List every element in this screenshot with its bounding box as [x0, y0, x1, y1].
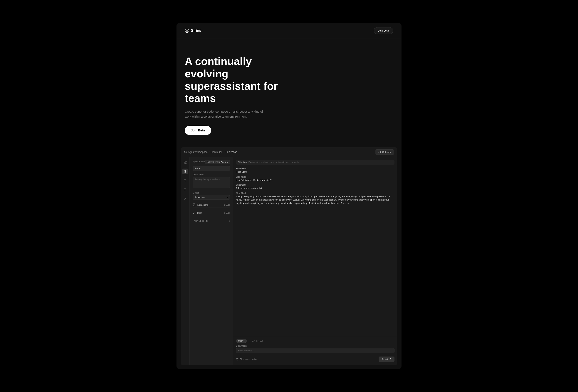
situation-label: Situation	[238, 161, 247, 163]
svg-rect-6	[185, 163, 186, 164]
tools-plus-icon: ⊕	[224, 212, 226, 214]
clear-conversation-button[interactable]: Clear conversation	[236, 358, 257, 361]
navbar: Sirius Join beta	[177, 23, 401, 39]
chat-area: Situation Elon musk is having a conversa…	[233, 157, 397, 337]
svg-point-7	[184, 171, 186, 173]
model-chevron-icon: ▾	[227, 196, 228, 198]
breadcrumb: Agent Workspace / Elon musk · Sulaimaan	[184, 150, 237, 154]
sidebar-icons	[181, 157, 190, 365]
submit-icon	[389, 358, 392, 361]
user-chevron-icon: ▾	[243, 340, 244, 342]
message-2: Elon Musk Hey Sulaimaan, Whats happening…	[236, 176, 394, 182]
user-selector[interactable]: User ▾	[236, 339, 247, 343]
tools-left: Tools	[193, 212, 202, 214]
breadcrumb-sep1: /	[209, 151, 209, 154]
join-beta-nav-button[interactable]: Join beta	[374, 27, 393, 34]
instructions-add-button[interactable]: ⊕ Add	[224, 203, 230, 206]
browser-window: Sirius Join beta A continually evolving …	[177, 23, 401, 369]
tools-label: Tools	[197, 212, 202, 214]
plus-icon: ⊕	[224, 203, 226, 206]
message-1-text: Hello Elon!	[236, 170, 394, 174]
logo-icon	[185, 29, 189, 33]
tokens-display: 300	[256, 340, 263, 343]
message-2-author: Elon Musk	[236, 176, 394, 178]
instructions-icon	[193, 203, 195, 206]
parameters-row: PARAMETERS ▾	[193, 218, 230, 224]
instructions-row: Instructions ⊕ Add	[193, 202, 230, 208]
message-4: Elon Musk Watup! Everything chill on thi…	[236, 192, 394, 205]
hero-section: A continually evolving superassistant fo…	[177, 39, 401, 147]
agent-name-section: Agent name Select Existing Agent ▾ Alora	[193, 160, 230, 171]
app-topbar: Agent Workspace / Elon musk · Sulaimaan …	[181, 147, 397, 157]
svg-point-8	[185, 171, 186, 172]
bottom-bar: Clear conversation Submit	[236, 355, 394, 363]
message-4-author: Elon Musk	[236, 192, 394, 194]
svg-rect-20	[257, 340, 259, 342]
tools-add-button[interactable]: ⊕ Add	[224, 212, 230, 214]
temperature-display: 0.7	[248, 340, 255, 343]
logo-text: Sirius	[191, 29, 201, 33]
sidebar-icon-settings[interactable]	[182, 196, 188, 202]
message-3-author: Sulaimaan	[236, 184, 394, 186]
select-existing-agent[interactable]: Select Existing Agent ▾	[205, 160, 230, 164]
description-textarea[interactable]: Sleeping beauty ai assistant.	[193, 177, 230, 188]
code-icon	[378, 151, 381, 154]
svg-rect-9	[184, 188, 186, 191]
submit-button[interactable]: Submit	[379, 356, 394, 362]
message-1-author: Sulaimaan	[236, 168, 394, 170]
get-code-button[interactable]: Get code	[376, 149, 394, 155]
description-section: Description Sleeping beauty ai assistant…	[193, 173, 230, 188]
temperature-value: 0.7	[252, 340, 255, 342]
tokens-icon	[256, 340, 259, 343]
agent-name-input[interactable]: Alora	[193, 166, 230, 171]
clear-icon	[236, 358, 239, 361]
chat-bottom: User ▾ 0.7	[233, 337, 397, 365]
tokens-value: 300	[260, 340, 263, 342]
instructions-label: Instructions	[197, 204, 208, 206]
breadcrumb-workspace: Agent Workspace	[188, 151, 208, 154]
chat-input[interactable]: Write text here ...	[236, 348, 394, 353]
hero-headline: A continually evolving superassistant fo…	[185, 55, 292, 105]
description-label: Description	[193, 173, 230, 176]
app-body: Agent name Select Existing Agent ▾ Alora…	[181, 157, 397, 365]
sidebar-icon-grid[interactable]	[182, 160, 188, 165]
sidebar-icon-agent[interactable]	[182, 169, 188, 174]
situation-text: Elon musk is having a conversation with …	[248, 161, 300, 163]
parameters-chevron-icon[interactable]: ▾	[229, 219, 230, 222]
parameters-label: PARAMETERS	[193, 220, 208, 222]
temperature-icon	[248, 340, 251, 343]
hero-subtitle: Create superior code, compose emails, bo…	[185, 109, 263, 119]
message-3: Sulaimaan Tell me some random shit	[236, 184, 394, 190]
model-select[interactable]: Samantha-1 ▾	[193, 195, 230, 200]
join-beta-hero-button[interactable]: Join Beta	[185, 126, 211, 135]
breadcrumb-sep2: ·	[224, 151, 224, 154]
situation-bar: Situation Elon musk is having a conversa…	[236, 160, 394, 165]
instructions-left: Instructions	[193, 203, 208, 206]
sidebar-icon-doc[interactable]	[182, 187, 188, 192]
breadcrumb-sulaimaan: Sulaimaan	[225, 151, 237, 154]
right-panel: Situation Elon musk is having a conversa…	[233, 157, 397, 365]
sidebar-icon-chat[interactable]	[182, 178, 188, 183]
home-icon	[184, 150, 187, 154]
chevron-down-icon: ▾	[227, 161, 228, 163]
message-1: Sulaimaan Hello Elon!	[236, 168, 394, 174]
writer-label: Sulaimaan	[236, 345, 394, 347]
svg-rect-3	[184, 161, 185, 162]
agent-name-row: Agent name Select Existing Agent ▾	[193, 160, 230, 164]
model-label: Model	[193, 191, 230, 194]
message-2-text: Hey Sulaimaan, Whats happening?	[236, 178, 394, 182]
svg-rect-4	[185, 161, 186, 162]
svg-point-2	[187, 30, 188, 31]
tools-row: Tools ⊕ Add	[193, 210, 230, 216]
svg-rect-5	[184, 163, 185, 164]
user-controls-row: User ▾ 0.7	[236, 339, 394, 343]
svg-rect-23	[237, 359, 238, 360]
left-panel: Agent name Select Existing Agent ▾ Alora…	[190, 157, 233, 365]
agent-name-label: Agent name	[193, 160, 205, 163]
svg-point-12	[185, 198, 186, 199]
logo: Sirius	[185, 29, 201, 33]
message-4-text: Watup! Everything chill on this Wednesda…	[236, 195, 394, 205]
breadcrumb-elon: Elon musk	[211, 151, 222, 154]
model-section: Model Samantha-1 ▾	[193, 191, 230, 200]
app-demo: Agent Workspace / Elon musk · Sulaimaan …	[181, 147, 397, 365]
